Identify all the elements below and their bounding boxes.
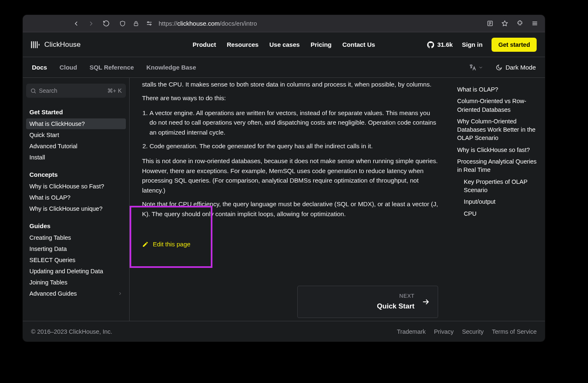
table-of-contents: What is OLAP? Column-Oriented vs Row-Ori… xyxy=(451,78,545,321)
site-header: ClickHouse Product Resources Use cases P… xyxy=(23,32,545,57)
body-paragraph: There are two ways to do this: xyxy=(142,93,438,103)
toc-item[interactable]: Key Properties of OLAP Scenario xyxy=(457,176,539,196)
sidebar-item-joining-tables[interactable]: Joining Tables xyxy=(26,277,126,288)
svg-rect-7 xyxy=(37,41,38,48)
search-kbd-hint: ⌘+ K xyxy=(107,87,122,94)
footer-privacy[interactable]: Privacy xyxy=(434,328,454,335)
next-page-card[interactable]: NEXT Quick Start xyxy=(297,286,438,318)
dark-mode-toggle[interactable]: Dark Mode xyxy=(496,64,536,71)
tab-docs[interactable]: Docs xyxy=(32,64,47,71)
footer-security[interactable]: Security xyxy=(462,328,484,335)
sidebar-item-advanced-tutorial[interactable]: Advanced Tutorial xyxy=(26,141,126,152)
sidebar-item-what-is-clickhouse[interactable]: What is ClickHouse? xyxy=(26,118,126,129)
svg-rect-0 xyxy=(134,23,138,26)
edit-page-link[interactable]: Edit this page xyxy=(142,239,190,249)
next-eyebrow: NEXT xyxy=(377,292,414,300)
logo-text: ClickHouse xyxy=(44,41,81,49)
sidebar-item-install[interactable]: Install xyxy=(26,152,126,163)
footer-terms[interactable]: Terms of Service xyxy=(492,328,537,335)
toc-item[interactable]: Processing Analytical Queries in Real Ti… xyxy=(457,156,539,176)
list-item: A vector engine. All operations are writ… xyxy=(149,108,438,137)
nav-contact[interactable]: Contact Us xyxy=(342,41,375,48)
sidebar-item-select-queries[interactable]: SELECT Queries xyxy=(26,255,126,265)
github-link[interactable]: 31.6k xyxy=(427,41,453,49)
toc-item[interactable]: Why is ClickHouse so fast? xyxy=(457,144,539,156)
search-placeholder: Search xyxy=(39,87,57,94)
back-icon[interactable] xyxy=(72,20,80,27)
sidebar-item-inserting-data[interactable]: Inserting Data xyxy=(26,243,126,254)
nav-pricing[interactable]: Pricing xyxy=(311,41,332,48)
site-logo[interactable]: ClickHouse xyxy=(31,41,180,49)
sidebar-item-quick-start[interactable]: Quick Start xyxy=(26,130,126,140)
body-paragraph: Note that for CPU efficiency, the query … xyxy=(142,199,438,219)
docs-secondary-nav: Docs Cloud SQL Reference Knowledge Base … xyxy=(23,57,545,78)
tab-cloud[interactable]: Cloud xyxy=(60,64,77,71)
svg-rect-8 xyxy=(39,44,39,46)
app-menu-icon[interactable] xyxy=(531,20,538,27)
signin-link[interactable]: Sign in xyxy=(462,41,482,48)
body-paragraph: This is not done in row-oriented databas… xyxy=(142,156,438,195)
extensions-icon[interactable] xyxy=(516,20,523,27)
arrow-right-icon xyxy=(421,297,430,306)
reader-mode-icon[interactable] xyxy=(486,20,494,27)
language-icon xyxy=(468,63,477,72)
browser-window: https://clickhouse.com/docs/en/intro xyxy=(23,15,545,342)
sidebar-item-creating-tables[interactable]: Creating Tables xyxy=(26,232,126,243)
get-started-button[interactable]: Get started xyxy=(492,38,537,52)
sidebar-item-updating-deleting[interactable]: Updating and Deleting Data xyxy=(26,266,126,277)
docs-sidebar: Search ⌘+ K Get Started What is ClickHou… xyxy=(23,78,130,321)
tab-sql-reference[interactable]: SQL Reference xyxy=(89,64,134,71)
sidebar-item-why-unique[interactable]: Why is ClickHouse unique? xyxy=(26,203,126,214)
next-title: Quick Start xyxy=(377,301,414,312)
svg-rect-6 xyxy=(35,41,36,48)
github-icon xyxy=(427,41,435,49)
permissions-icon[interactable] xyxy=(145,20,153,27)
page-body: Search ⌘+ K Get Started What is ClickHou… xyxy=(23,78,545,321)
pencil-icon xyxy=(142,241,149,248)
toc-item[interactable]: Input/output xyxy=(457,196,539,207)
body-paragraph: dispatching cost. If you do not do this,… xyxy=(142,78,438,89)
nav-product[interactable]: Product xyxy=(193,41,216,48)
url-text: https://clickhouse.com/docs/en/intro xyxy=(159,20,257,27)
svg-rect-5 xyxy=(33,41,34,48)
dark-mode-label: Dark Mode xyxy=(506,64,536,71)
sidebar-section-get-started: Get Started xyxy=(26,106,126,118)
search-icon xyxy=(30,88,36,94)
footer-trademark[interactable]: Trademark xyxy=(397,328,426,335)
svg-point-2 xyxy=(149,24,151,25)
article-content: dispatching cost. If you do not do this,… xyxy=(130,78,451,321)
sidebar-item-why-fast[interactable]: Why is ClickHouse so Fast? xyxy=(26,181,126,192)
browser-chrome: https://clickhouse.com/docs/en/intro xyxy=(23,15,545,32)
search-input[interactable]: Search ⌘+ K xyxy=(26,84,126,98)
forward-icon xyxy=(87,20,95,27)
svg-rect-4 xyxy=(31,41,32,48)
list-item: Code generation. The code generated for … xyxy=(149,141,438,151)
site-footer: © 2016–2023 ClickHouse, Inc. Trademark P… xyxy=(23,321,545,342)
logo-icon xyxy=(31,41,40,49)
chevron-right-icon xyxy=(118,291,123,296)
toc-item[interactable]: Column-Oriented vs Row-Oriented Database… xyxy=(457,95,539,116)
toc-item[interactable]: CPU xyxy=(457,208,539,219)
github-stars-count: 31.6k xyxy=(437,41,453,48)
sidebar-item-advanced-guides[interactable]: Advanced Guides xyxy=(26,288,126,299)
url-bar[interactable]: https://clickhouse.com/docs/en/intro xyxy=(116,17,480,30)
primary-nav: Product Resources Use cases Pricing Cont… xyxy=(180,41,388,48)
bookmark-icon[interactable] xyxy=(501,20,508,27)
lock-icon[interactable] xyxy=(132,20,140,27)
nav-use-cases[interactable]: Use cases xyxy=(269,41,299,48)
toc-item[interactable]: What is OLAP? xyxy=(457,84,539,95)
reload-icon[interactable] xyxy=(102,20,110,27)
edit-page-label: Edit this page xyxy=(153,239,190,249)
sidebar-section-concepts: Concepts xyxy=(26,169,126,181)
sidebar-item-what-is-olap[interactable]: What is OLAP? xyxy=(26,192,126,203)
sidebar-section-guides: Guides xyxy=(26,220,126,232)
language-switcher[interactable] xyxy=(468,63,483,72)
shield-icon[interactable] xyxy=(119,20,126,27)
svg-point-9 xyxy=(31,89,35,92)
copyright-text: © 2016–2023 ClickHouse, Inc. xyxy=(31,328,112,335)
tab-knowledge-base[interactable]: Knowledge Base xyxy=(146,64,196,71)
moon-icon xyxy=(496,64,502,71)
nav-resources[interactable]: Resources xyxy=(227,41,259,48)
svg-point-1 xyxy=(147,22,149,23)
toc-item[interactable]: Why Column-Oriented Databases Work Bette… xyxy=(457,116,539,144)
